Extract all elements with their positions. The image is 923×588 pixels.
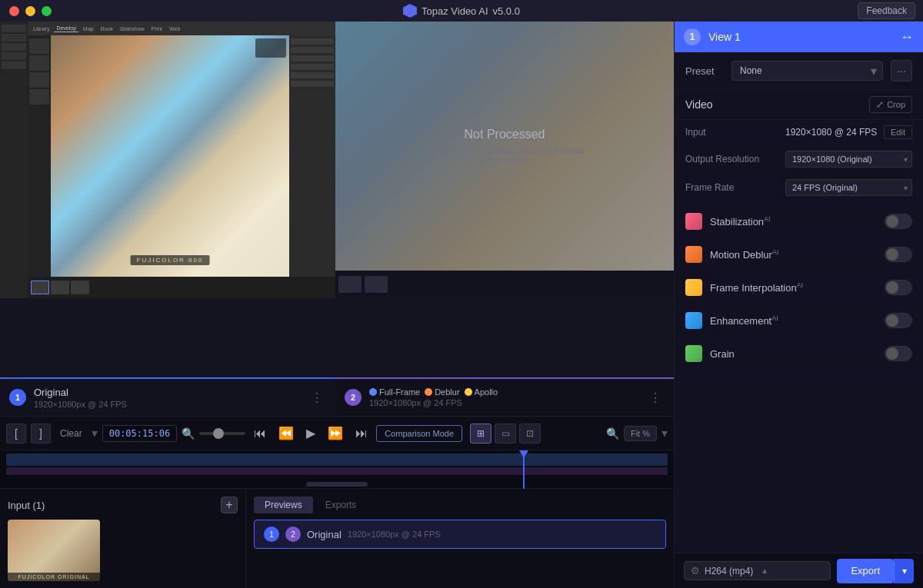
title-bar: Topaz Video AI v5.0.0 Feedback (0, 0, 923, 22)
lr-tab-map: Map (81, 25, 96, 32)
format-select-wrapper[interactable]: ⚙ H264 (mp4) ▲ (684, 561, 831, 580)
feedback-button[interactable]: Feedback (858, 2, 915, 19)
skip-to-start-button[interactable]: ⏮ (250, 424, 270, 443)
clear-button[interactable]: Clear (55, 427, 87, 440)
lr-right-item (291, 55, 334, 61)
track-meta-processed: 1920×1080px @ 24 FPS (369, 398, 646, 407)
motion-deblur-toggle[interactable] (885, 247, 912, 262)
lr-topbar: Library Develop Map Book Slideshow Print… (28, 22, 335, 35)
export-dropdown-button[interactable]: ▾ (894, 559, 914, 583)
enhancement-toggle[interactable] (885, 313, 912, 328)
output-resolution-select[interactable]: 1920×1080 (Original) (785, 151, 912, 168)
output-resolution-label: Output Resolution (685, 154, 785, 164)
view-expand-button[interactable]: ↔ (900, 29, 914, 45)
lr-tab-library: Library (31, 25, 52, 32)
preview-right-panel: Not Processed To preview your settings, … (335, 22, 674, 298)
lr-main: Library Develop Map Book Slideshow Print… (28, 22, 335, 298)
output-resolution-select-wrapper: 1920×1080 (Original) (785, 151, 912, 168)
settings-row-framerate: Frame Rate 24 FPS (Original) (675, 174, 923, 202)
timeline-track-1[interactable] (6, 453, 668, 466)
right-panel: 1 View 1 ↔ Preset None ··· Video ⤢ Crop … (674, 22, 923, 588)
export-button[interactable]: Export (837, 559, 894, 583)
lr-nav-item (2, 34, 26, 42)
window-controls[interactable] (9, 6, 52, 16)
preset-select-wrapper: None (731, 61, 883, 81)
preview-left-panel: Library Develop Map Book Slideshow Print… (0, 22, 335, 298)
not-processed-subtitle: To preview your settings, click the Prev… (420, 146, 589, 164)
export-btn-wrapper: Export ▾ (837, 559, 914, 583)
window-maximize-button[interactable] (42, 6, 52, 16)
lr-thumb (29, 72, 49, 88)
lr-right-item (291, 72, 334, 78)
lr-nav-item (2, 25, 26, 32)
fit-button[interactable]: Fit % (624, 426, 657, 441)
ai-tag-dot-yellow (465, 388, 472, 396)
app-logo-icon (403, 4, 417, 18)
lr-right-item (291, 38, 334, 45)
view-mode-split-button[interactable]: ⊞ (470, 424, 491, 443)
preview-right-bottom (335, 271, 674, 298)
output-section: Previews Exports 1 2 Original 1920×1080p… (246, 489, 674, 588)
ai-tag-deblur: Deblur (425, 387, 459, 397)
output-tabs: Previews Exports (254, 497, 666, 513)
frame-interpolation-toggle[interactable] (885, 280, 912, 295)
preset-label: Preset (685, 65, 724, 77)
window-close-button[interactable] (9, 6, 19, 16)
preset-more-button[interactable]: ··· (891, 60, 912, 81)
tab-exports[interactable]: Exports (315, 497, 368, 513)
feature-row-enhancement: EnhancementAI (675, 304, 923, 337)
output-meta: 1920×1080px @ 24 FPS (348, 530, 441, 539)
ai-tag-label: Apollo (475, 387, 498, 397)
stabilization-name: StabilizationAI (710, 215, 885, 228)
input-title: Input (1) (8, 500, 45, 511)
track-menu-button-1[interactable]: ⋮ (308, 387, 326, 408)
timeline-scrollbar[interactable] (306, 482, 368, 487)
stabilization-toggle[interactable] (885, 214, 912, 229)
timeline-area[interactable] (0, 450, 674, 488)
lr-right-item (291, 64, 334, 70)
scrubber-thumb (213, 428, 224, 439)
track-menu-button-2[interactable]: ⋮ (646, 387, 665, 408)
add-input-button[interactable]: + (221, 497, 238, 513)
output-item[interactable]: 1 2 Original 1920×1080px @ 24 FPS (254, 520, 666, 549)
format-chevron-icon: ▲ (761, 566, 768, 575)
settings-row-resolution: Output Resolution 1920×1080 (Original) (675, 145, 923, 174)
view-mode-overlay-button[interactable]: ⊡ (519, 424, 541, 443)
crop-button[interactable]: ⤢ Crop (869, 96, 912, 113)
ai-tag-label: Deblur (435, 387, 459, 397)
fit-chevron-icon: ▾ (661, 426, 668, 440)
track-label-processed: 2 Full-Frame Deblur Apollo (335, 377, 674, 416)
app-title-text: Topaz Video AI (422, 5, 488, 17)
track-labels: 1 Original 1920×1080px @ 24 FPS ⋮ 2 Full… (0, 377, 674, 416)
mark-in-button[interactable]: [ (6, 424, 26, 443)
preset-select[interactable]: None (731, 61, 883, 81)
grain-toggle[interactable] (885, 346, 912, 361)
view-header: 1 View 1 ↔ (675, 22, 923, 52)
play-button[interactable]: ▶ (302, 424, 319, 443)
tab-previews[interactable]: Previews (254, 497, 313, 513)
grain-icon (685, 345, 702, 362)
window-minimize-button[interactable] (25, 6, 35, 16)
zoom-scrubber[interactable] (199, 432, 245, 435)
lr-strip-thumb (71, 281, 89, 294)
lr-histogram (255, 38, 286, 58)
frame-rate-label: Frame Rate (685, 182, 785, 193)
lr-nav-item (2, 52, 26, 60)
step-back-button[interactable]: ⏪ (275, 424, 298, 443)
edit-button[interactable]: Edit (884, 125, 912, 139)
mark-out-button[interactable]: ] (31, 424, 51, 443)
frame-rate-select[interactable]: 24 FPS (Original) (785, 179, 912, 196)
timeline-playhead[interactable] (523, 450, 525, 489)
ai-tag-dot-orange (425, 388, 432, 396)
comparison-mode-button[interactable]: Comparison Mode (376, 425, 462, 442)
app-version-text: v5.0.0 (493, 5, 520, 17)
step-forward-button[interactable]: ⏩ (324, 424, 347, 443)
timeline-track-2[interactable] (6, 467, 668, 475)
skip-to-end-button[interactable]: ⏭ (352, 424, 372, 443)
lr-photo: FUJICOLOR 800 (51, 35, 289, 277)
input-thumbnail[interactable]: FUJICOLOR ORIGINAL (8, 520, 100, 581)
thumb-photo-bg (8, 520, 100, 581)
view-mode-single-button[interactable]: ▭ (495, 424, 516, 443)
bottom-panel: Input (1) + FUJICOLOR ORIGINAL Previews … (0, 488, 674, 588)
lr-strip-thumb (31, 281, 49, 294)
